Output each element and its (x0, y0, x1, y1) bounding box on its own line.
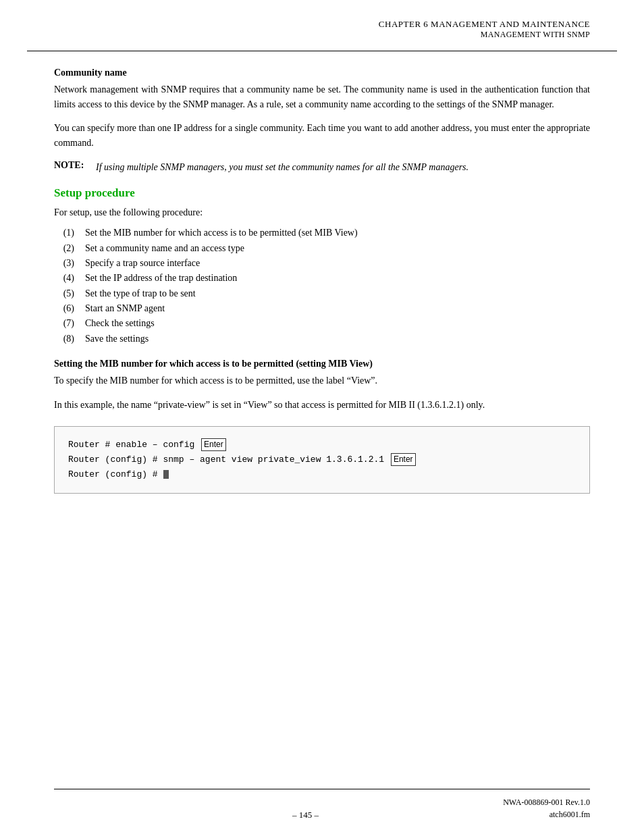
setup-procedure-heading: Setup procedure (54, 186, 590, 200)
step-num-2: (2) (54, 241, 74, 256)
code-line-3: Router (config) # (68, 467, 576, 482)
footer-right: NWA-008869-001 Rev.1.0 atch6001.fm (503, 796, 590, 820)
step-text-7: Check the settings (85, 316, 590, 331)
step-num-7: (7) (54, 316, 74, 331)
header-title-line: CHAPTER 6 MANAGEMENT AND MAINTENANCE MAN… (54, 19, 590, 40)
step-text-4: Set the IP address of the trap destinati… (85, 271, 590, 286)
footer-doc-ref-line1: NWA-008869-001 Rev.1.0 (503, 796, 590, 808)
step-num-5: (5) (54, 286, 74, 301)
list-item: (6) Start an SNMP agent (54, 301, 590, 316)
mib-para2: In this example, the name “private-view”… (54, 398, 590, 413)
community-name-para2: You can specify more than one IP address… (54, 121, 590, 150)
cursor-indicator (163, 470, 169, 479)
page-footer: – 145 – NWA-008869-001 Rev.1.0 atch6001.… (0, 789, 644, 834)
step-text-2: Set a community name and an access type (85, 241, 590, 256)
note-label: NOTE: (54, 160, 89, 171)
list-item: (4) Set the IP address of the trap desti… (54, 271, 590, 286)
note-text: If using multiple SNMP managers, you mus… (96, 160, 468, 175)
step-text-8: Save the settings (85, 332, 590, 346)
setup-intro: For setup, use the following procedure: (54, 205, 590, 220)
mib-para1: To specify the MIB number for which acce… (54, 373, 590, 388)
code-line-2: Router (config) # snmp – agent view priv… (68, 452, 576, 467)
footer-doc-ref-line2: atch6001.fm (503, 808, 590, 820)
step-text-3: Specify a trap source interface (85, 256, 590, 271)
code-line-1: Router # enable – config Enter (68, 438, 576, 452)
header-chapter: CHAPTER 6 MANAGEMENT AND MAINTENANCE (379, 19, 590, 30)
list-item: (7) Check the settings (54, 316, 590, 331)
step-text-1: Set the MIB number for which access is t… (85, 226, 590, 240)
step-num-4: (4) (54, 271, 74, 286)
list-item: (8) Save the settings (54, 332, 590, 346)
footer-page-number: – 145 – (108, 810, 503, 820)
step-text-5: Set the type of trap to be sent (85, 286, 590, 301)
enter-key-2: Enter (391, 453, 416, 466)
code-line3-text: Router (config) # (68, 469, 163, 479)
footer-rule (54, 789, 590, 789)
step-num-1: (1) (54, 226, 74, 240)
footer-content: – 145 – NWA-008869-001 Rev.1.0 atch6001.… (54, 796, 590, 820)
list-item: (2) Set a community name and an access t… (54, 241, 590, 256)
code-block: Router # enable – config Enter Router (c… (54, 426, 590, 494)
header-chapter-subtitle: CHAPTER 6 MANAGEMENT AND MAINTENANCE MAN… (379, 19, 590, 40)
list-item: (3) Specify a trap source interface (54, 256, 590, 271)
page: CHAPTER 6 MANAGEMENT AND MAINTENANCE MAN… (0, 0, 644, 834)
page-header: CHAPTER 6 MANAGEMENT AND MAINTENANCE MAN… (0, 0, 644, 47)
step-num-3: (3) (54, 256, 74, 271)
step-text-6: Start an SNMP agent (85, 301, 590, 316)
setup-steps-list: (1) Set the MIB number for which access … (54, 226, 590, 346)
community-name-para1: Network management with SNMP requires th… (54, 82, 590, 111)
step-num-6: (6) (54, 301, 74, 316)
mib-heading: Setting the MIB number for which access … (54, 359, 590, 369)
note-block: NOTE: If using multiple SNMP managers, y… (54, 160, 590, 175)
list-item: (5) Set the type of trap to be sent (54, 286, 590, 301)
step-num-8: (8) (54, 332, 74, 346)
community-name-heading: Community name (54, 68, 590, 78)
code-line2-text: Router (config) # snmp – agent view priv… (68, 454, 390, 465)
code-line1-text: Router # enable – config (68, 440, 200, 450)
main-content: Community name Network management with S… (0, 51, 644, 789)
header-subtitle: MANAGEMENT WITH SNMP (379, 30, 590, 40)
list-item: (1) Set the MIB number for which access … (54, 226, 590, 240)
enter-key-1: Enter (201, 438, 226, 451)
